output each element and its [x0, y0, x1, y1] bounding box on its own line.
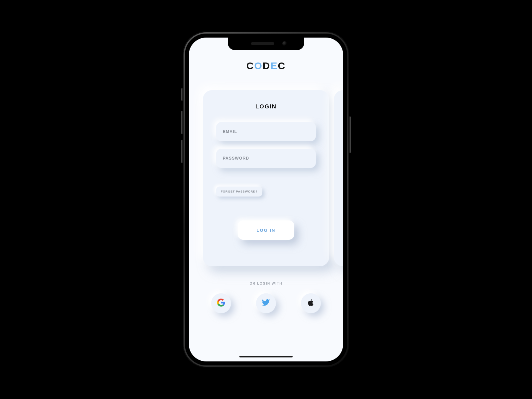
phone-bezel: CODEC LOGIN FORGET PASSWORD	[185, 34, 347, 365]
phone-notch	[228, 38, 304, 50]
home-indicator	[239, 356, 293, 358]
forget-password-button[interactable]: FORGET PASSWORD?	[216, 187, 262, 197]
email-field-wrap[interactable]	[216, 122, 316, 141]
phone-frame: CODEC LOGIN FORGET PASSWORD	[183, 32, 349, 367]
password-field-wrap[interactable]	[216, 149, 316, 168]
phone-mute-switch	[181, 88, 183, 101]
email-field[interactable]	[223, 129, 309, 134]
apple-icon	[307, 298, 315, 308]
social-login-label: OR LOGIN WITH	[250, 282, 283, 285]
logo-letter: C	[246, 60, 254, 71]
logo-letter-accent: E	[271, 60, 278, 71]
twitter-login-button[interactable]	[256, 293, 276, 313]
logo-letter-accent: O	[254, 60, 262, 71]
phone-volume-up	[181, 111, 183, 134]
app-logo: CODEC	[246, 60, 286, 71]
social-row	[211, 293, 321, 313]
card-title: LOGIN	[255, 103, 277, 110]
logo-letter: C	[278, 60, 286, 71]
twitter-icon	[262, 298, 270, 308]
phone-volume-down	[181, 140, 183, 163]
login-card: LOGIN FORGET PASSWORD? LOG IN	[203, 90, 329, 266]
password-field[interactable]	[223, 156, 309, 161]
app-content: CODEC LOGIN FORGET PASSWORD	[189, 38, 343, 361]
phone-screen: CODEC LOGIN FORGET PASSWORD	[189, 38, 343, 361]
logo-letter: D	[263, 60, 271, 71]
phone-power-button	[349, 116, 351, 153]
stage: CODEC LOGIN FORGET PASSWORD	[0, 0, 532, 399]
card-row: LOGIN FORGET PASSWORD? LOG IN	[189, 90, 343, 266]
next-card-peek[interactable]	[334, 90, 343, 266]
google-icon	[217, 298, 225, 308]
google-login-button[interactable]	[211, 293, 231, 313]
login-button[interactable]: LOG IN	[238, 220, 294, 240]
apple-login-button[interactable]	[301, 293, 321, 313]
